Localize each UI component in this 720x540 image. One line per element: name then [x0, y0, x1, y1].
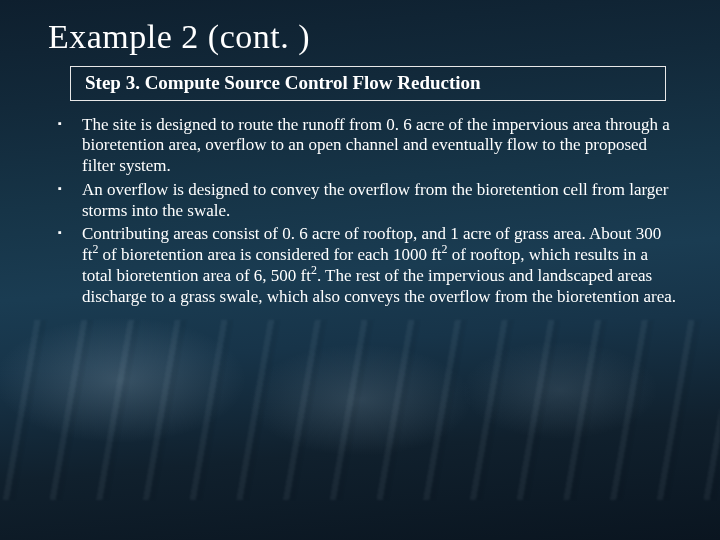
- slide: Example 2 (cont. ) Step 3. Compute Sourc…: [0, 0, 720, 540]
- list-item: An overflow is designed to convey the ov…: [50, 180, 678, 221]
- background-texture: [0, 320, 720, 500]
- bullet-text: An overflow is designed to convey the ov…: [82, 180, 668, 220]
- slide-title: Example 2 (cont. ): [48, 18, 686, 56]
- step-heading-box: Step 3. Compute Source Control Flow Redu…: [70, 66, 666, 101]
- bullet-list: The site is designed to route the runoff…: [50, 115, 678, 308]
- bullet-text: The site is designed to route the runoff…: [82, 115, 670, 175]
- slide-content: Example 2 (cont. ) Step 3. Compute Sourc…: [0, 0, 720, 307]
- step-heading-text: Step 3. Compute Source Control Flow Redu…: [85, 72, 481, 93]
- list-item: The site is designed to route the runoff…: [50, 115, 678, 177]
- list-item: Contributing areas consist of 0. 6 acre …: [50, 224, 678, 307]
- bullet-text: Contributing areas consist of 0. 6 acre …: [82, 224, 676, 305]
